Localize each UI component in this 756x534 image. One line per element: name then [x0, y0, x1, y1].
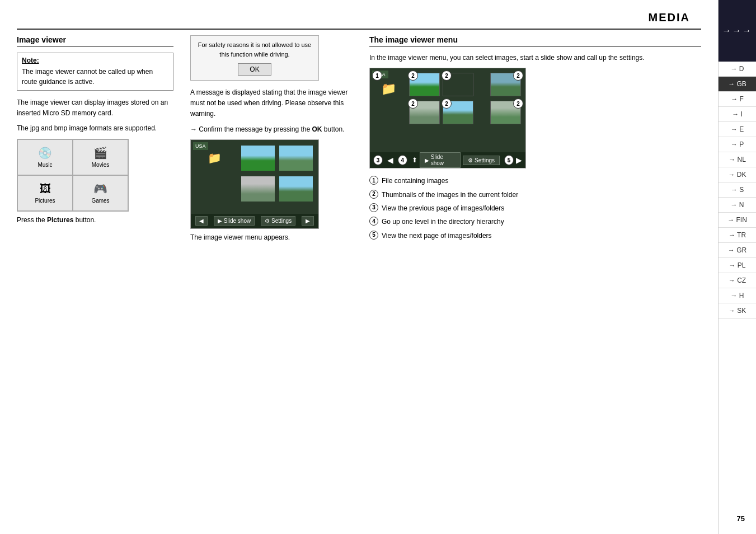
vs-next-btn[interactable]: ▶ [302, 216, 314, 226]
pictures-bold: Pictures [47, 216, 73, 224]
sidebar-item-e[interactable]: → E [719, 122, 756, 137]
numbered-list: 1 File containing images 2 Thumbnails of… [369, 175, 701, 241]
grid-cell-movies: 🎬 Movies [73, 139, 128, 175]
vs-folder-icon: 📁 [208, 151, 222, 165]
warning-text: For safety reasons it is not allowed to … [198, 40, 312, 59]
vs-img4 [279, 176, 313, 202]
sidebar-item-sk[interactable]: → SK [719, 303, 756, 318]
middle-body: A message is displayed stating that the … [190, 87, 353, 120]
vs-location: USA [193, 142, 208, 150]
list-item-5: 5 View the next page of images/folders [369, 230, 701, 241]
item-5-text: View the next page of images/folders [382, 230, 492, 241]
sidebar-item-pl[interactable]: → PL [719, 258, 756, 273]
sidebar-item-fin[interactable]: → FIN [719, 213, 756, 228]
list-item-1: 1 File containing images [369, 175, 701, 186]
main-content: MEDIA Image viewer Note: The image viewe… [0, 0, 718, 534]
num-4: 4 [369, 217, 378, 226]
sidebar-item-gb[interactable]: → GB [719, 77, 756, 92]
sidebar-item-h[interactable]: → H [719, 288, 756, 303]
body-text-2: The jpg and bmp image formats are suppor… [17, 123, 173, 134]
music-label: Music [37, 162, 52, 168]
sidebar-item-nl[interactable]: → NL [719, 152, 756, 167]
movies-icon: 🎬 [93, 146, 107, 160]
movies-label: Movies [92, 162, 110, 168]
vs-slideshow-btn[interactable]: ▶ Slide show [214, 216, 255, 226]
middle-column: For safety reasons it is not allowed to … [190, 35, 353, 245]
arrows-icon: →→→ [722, 26, 753, 36]
av-settings-label: Settings [475, 157, 495, 163]
vs-gear-icon: ⚙ [265, 218, 270, 224]
item-4-text: Go up one level in the directory hierarc… [382, 216, 504, 227]
av-slideshow-label: Slide show [431, 154, 456, 166]
viewer-screenshot: USA 📁 ◀ ▶ Slide show ⚙ Settings ▶ [190, 139, 319, 229]
sidebar-item-d[interactable]: → D [719, 62, 756, 77]
item-1-text: File containing images [382, 175, 448, 186]
sidebar-item-s[interactable]: → S [719, 182, 756, 198]
games-icon: 🎮 [93, 182, 107, 195]
av-nav-bar: 3 ◀ 4 ⬆ ▶ Slide show ⚙ Settings 5 ▶ [370, 152, 525, 168]
left-column: Image viewer Note: The image viewer cann… [17, 35, 173, 245]
note-label: Note: [22, 57, 168, 64]
pictures-label: Pictures [35, 198, 55, 204]
ok-button[interactable]: OK [238, 63, 271, 76]
circle-4: 4 [398, 155, 407, 165]
note-text: The image viewer cannot be called up whe… [22, 67, 168, 87]
nav-right-arrow: ▶ [516, 156, 522, 165]
num-1: 1 [369, 176, 378, 185]
item-2-text: Thumbnails of the images in the current … [382, 189, 518, 200]
vs-img3 [241, 176, 275, 202]
sidebar-item-p[interactable]: → P [719, 137, 756, 152]
grid-cell-pictures: 🖼 Pictures [17, 175, 73, 211]
av-play-icon: ▶ [425, 157, 429, 163]
av-gear-icon: ⚙ [468, 157, 473, 163]
circle-3: 3 [373, 155, 383, 165]
sidebar-item-dk[interactable]: → DK [719, 167, 756, 182]
sidebar-item-cz[interactable]: → CZ [719, 273, 756, 288]
page-title: MEDIA [649, 11, 690, 24]
pictures-caption: Press the Pictures button. [17, 216, 173, 224]
num-3: 3 [369, 203, 378, 212]
screenshot-caption: The image viewer menu appears. [190, 233, 353, 241]
right-section-title: The image viewer menu [369, 35, 701, 47]
grid-cell-music: 💿 Music [17, 139, 73, 175]
body-text-1: The image viewer can display images stor… [17, 97, 173, 119]
list-item-3: 3 View the previous page of images/folde… [369, 203, 701, 214]
list-item-4: 4 Go up one level in the directory hiera… [369, 216, 701, 227]
vs-slideshow-label: Slide show [224, 218, 251, 224]
sidebar-item-gr[interactable]: → GR [719, 243, 756, 258]
circle-2c: 2 [513, 71, 523, 81]
columns-layout: Image viewer Note: The image viewer cann… [17, 35, 701, 245]
av-settings-btn[interactable]: ⚙ Settings [463, 156, 500, 165]
right-column: The image viewer menu In the image viewe… [369, 35, 701, 245]
ok-bold: OK [312, 125, 322, 133]
vs-play-icon: ▶ [218, 218, 222, 224]
vs-img1 [241, 146, 275, 171]
arrow-note: → Confirm the message by pressing the OK… [190, 124, 353, 135]
circle-5: 5 [504, 155, 514, 165]
annotated-viewer: USA 📁 1 2 2 2 2 2 2 3 [369, 68, 526, 168]
sidebar-top: →→→ [719, 0, 756, 62]
media-grid: 💿 Music 🎬 Movies 🖼 Pictures 🎮 Games [17, 139, 129, 212]
grid-cell-games: 🎮 Games [73, 175, 128, 211]
vs-prev-btn[interactable]: ◀ [195, 216, 208, 226]
vs-nav-bar: ◀ ▶ Slide show ⚙ Settings ▶ [191, 214, 318, 228]
warning-box: For safety reasons it is not allowed to … [190, 35, 319, 81]
av-slideshow-btn[interactable]: ▶ Slide show [420, 152, 461, 168]
pictures-icon: 🖼 [40, 182, 51, 195]
sidebar-item-f[interactable]: → F [719, 92, 756, 107]
item-3-text: View the previous page of images/folders [382, 203, 504, 214]
vs-settings-btn[interactable]: ⚙ Settings [261, 216, 295, 226]
arrow-symbol: → [190, 125, 197, 133]
sidebar-item-tr[interactable]: → TR [719, 228, 756, 243]
num-5: 5 [369, 231, 378, 240]
sidebar-item-n[interactable]: → N [719, 198, 756, 213]
list-item-2: 2 Thumbnails of the images in the curren… [369, 189, 701, 200]
left-section-title: Image viewer [17, 35, 173, 47]
sidebar: →→→ → D → GB → F → I → E → P → NL → DK →… [718, 0, 756, 534]
vs-img2 [279, 146, 313, 171]
sidebar-item-i[interactable]: → I [719, 107, 756, 122]
music-icon: 💿 [38, 146, 52, 160]
nav-up-arrow: ⬆ [412, 156, 417, 164]
right-body: In the image viewer menu, you can select… [369, 53, 701, 63]
num-2: 2 [369, 190, 378, 199]
